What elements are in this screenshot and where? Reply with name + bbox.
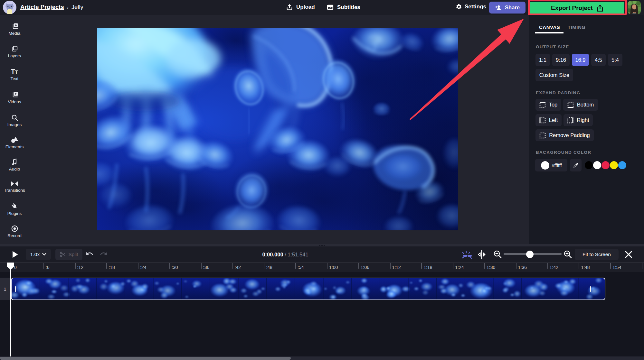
svg-text:T: T [15,69,18,75]
svg-text:T: T [11,68,15,75]
